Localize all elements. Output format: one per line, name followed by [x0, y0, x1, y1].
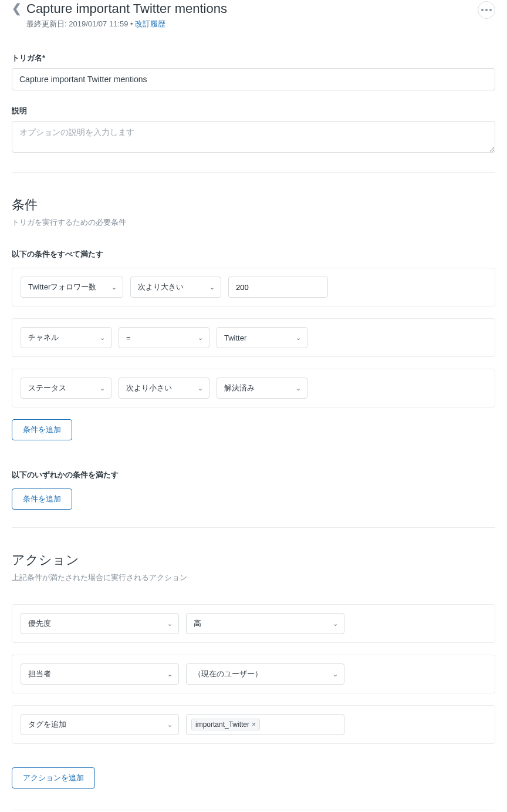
- action-value-select[interactable]: （現在のユーザー） ⌄: [186, 663, 344, 685]
- condition-field-select[interactable]: チャネル ⌄: [21, 327, 111, 348]
- add-condition-button[interactable]: 条件を追加: [12, 419, 72, 440]
- action-field-select[interactable]: 優先度 ⌄: [21, 613, 179, 634]
- chevron-down-icon: ⌄: [111, 284, 117, 291]
- add-action-button[interactable]: アクションを追加: [12, 767, 95, 789]
- condition-value-input[interactable]: [228, 277, 328, 298]
- condition-field-value: ステータス: [28, 383, 66, 393]
- description-field: 説明: [12, 106, 495, 154]
- any-conditions-section: 以下のいずれかの条件を満たす 条件を追加: [12, 470, 495, 510]
- chevron-down-icon: ⌄: [100, 385, 105, 392]
- condition-value: 解決済み: [224, 383, 255, 393]
- condition-operator-select[interactable]: 次より大きい ⌄: [130, 277, 221, 298]
- revision-history-link[interactable]: 改訂履歴: [135, 19, 165, 28]
- action-value: （現在のユーザー）: [194, 669, 262, 679]
- action-field-value: 優先度: [28, 618, 51, 629]
- action-row: 優先度 ⌄ 高 ⌄: [12, 604, 495, 643]
- page-title: Capture important Twitter mentions: [26, 1, 478, 16]
- add-any-condition-button[interactable]: 条件を追加: [12, 488, 72, 510]
- chevron-down-icon: ⌄: [167, 671, 173, 678]
- condition-value-select[interactable]: Twitter ⌄: [217, 327, 307, 348]
- divider: [12, 172, 495, 173]
- condition-field-select[interactable]: ステータス ⌄: [21, 378, 111, 399]
- trigger-name-label: トリガ名*: [12, 53, 495, 63]
- condition-operator-select[interactable]: 次より小さい ⌄: [119, 378, 209, 399]
- conditions-title: 条件: [12, 196, 495, 214]
- subtitle-separator: •: [128, 19, 135, 28]
- ellipsis-icon: [481, 9, 492, 11]
- subtitle: 最終更新日: 2019/01/07 11:59 • 改訂履歴: [26, 19, 478, 29]
- trigger-name-field: トリガ名*: [12, 53, 495, 90]
- chevron-down-icon: ⌄: [296, 334, 301, 342]
- chevron-down-icon: ⌄: [333, 620, 338, 628]
- description-input[interactable]: [12, 121, 495, 153]
- condition-row: ステータス ⌄ 次より小さい ⌄ 解決済み ⌄: [12, 369, 495, 407]
- condition-operator-select[interactable]: = ⌄: [119, 327, 209, 348]
- trigger-name-input[interactable]: [12, 68, 495, 90]
- chevron-down-icon: ⌄: [333, 671, 338, 678]
- tag-chip-label: important_Twitter: [195, 720, 249, 729]
- chevron-down-icon: ⌄: [198, 334, 203, 342]
- actions-title: アクション: [12, 551, 495, 569]
- condition-row: チャネル ⌄ = ⌄ Twitter ⌄: [12, 318, 495, 357]
- title-block: Capture important Twitter mentions 最終更新日…: [26, 1, 478, 29]
- chevron-down-icon: ⌄: [198, 385, 203, 392]
- action-row: タグを追加 ⌄ important_Twitter ×: [12, 705, 495, 744]
- more-options-button[interactable]: [478, 1, 495, 19]
- page-header: ❮ Capture important Twitter mentions 最終更…: [12, 0, 495, 29]
- tag-chip: important_Twitter ×: [191, 719, 260, 730]
- description-label: 説明: [12, 106, 495, 116]
- action-row: 担当者 ⌄ （現在のユーザー） ⌄: [12, 655, 495, 693]
- all-conditions-label: 以下の条件をすべて満たす: [12, 249, 495, 260]
- last-updated-value: 2019/01/07 11:59: [69, 19, 128, 28]
- condition-field-value: チャネル: [28, 332, 59, 343]
- condition-operator-value: 次より小さい: [126, 383, 172, 393]
- action-field-select[interactable]: 担当者 ⌄: [21, 663, 179, 685]
- tag-remove-icon[interactable]: ×: [252, 720, 256, 729]
- conditions-description: トリガを実行するための必要条件: [12, 217, 495, 228]
- any-conditions-label: 以下のいずれかの条件を満たす: [12, 470, 495, 480]
- action-field-value: タグを追加: [28, 719, 66, 730]
- divider: [12, 527, 495, 528]
- condition-operator-value: =: [126, 333, 131, 342]
- actions-description: 上記条件が満たされた場合に実行されるアクション: [12, 572, 495, 583]
- condition-row: Twitterフォロワー数 ⌄ 次より大きい ⌄: [12, 268, 495, 306]
- back-icon[interactable]: ❮: [12, 1, 26, 15]
- chevron-down-icon: ⌄: [209, 284, 215, 291]
- last-updated-prefix: 最終更新日:: [26, 19, 69, 28]
- action-field-select[interactable]: タグを追加 ⌄: [21, 714, 179, 735]
- condition-value-select[interactable]: 解決済み ⌄: [217, 378, 307, 399]
- chevron-down-icon: ⌄: [167, 721, 173, 729]
- tag-input[interactable]: important_Twitter ×: [186, 714, 344, 735]
- condition-field-select[interactable]: Twitterフォロワー数 ⌄: [21, 277, 123, 298]
- action-field-value: 担当者: [28, 669, 51, 679]
- chevron-down-icon: ⌄: [100, 334, 105, 342]
- action-value: 高: [194, 618, 201, 629]
- action-value-select[interactable]: 高 ⌄: [186, 613, 344, 634]
- condition-field-value: Twitterフォロワー数: [28, 282, 96, 292]
- chevron-down-icon: ⌄: [167, 620, 173, 628]
- condition-operator-value: 次より大きい: [138, 282, 184, 292]
- chevron-down-icon: ⌄: [296, 385, 301, 392]
- actions-section: アクション 上記条件が満たされた場合に実行されるアクション 優先度 ⌄ 高 ⌄ …: [12, 551, 495, 789]
- condition-value: Twitter: [224, 333, 246, 342]
- conditions-section: 条件 トリガを実行するための必要条件 以下の条件をすべて満たす Twitterフ…: [12, 196, 495, 510]
